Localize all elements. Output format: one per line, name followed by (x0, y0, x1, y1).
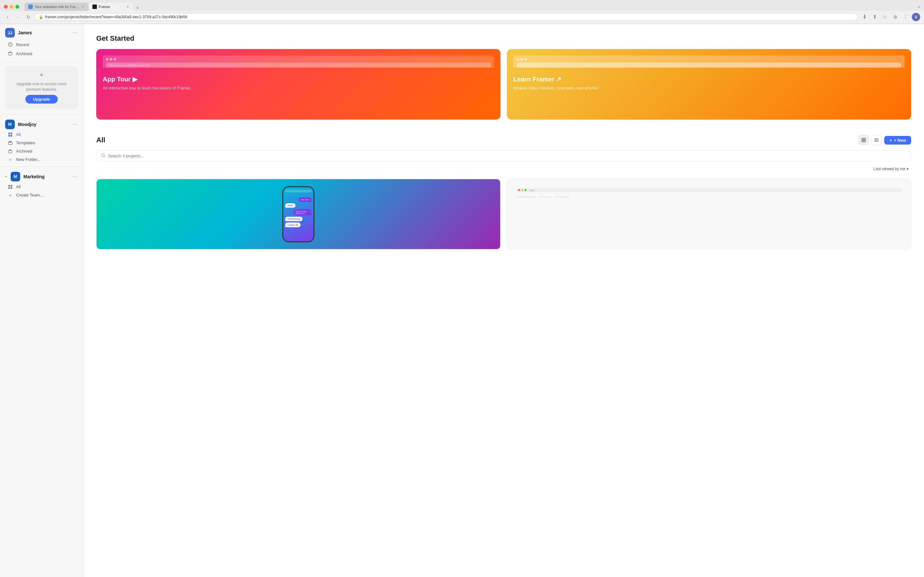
projects-grid: Hey Sam online How are you getting on? G… (96, 179, 911, 250)
mockup-url-bar-app-tour: https://your-next-website.framer.app (106, 63, 491, 68)
bookmark-button[interactable]: ☆ (881, 13, 889, 21)
svg-rect-16 (864, 140, 866, 142)
chat-bubble-1: Hey Sam (298, 197, 312, 202)
lock-icon: 🔒 (39, 15, 43, 19)
sidebar-item-moodjoy-archived[interactable]: Archived (5, 147, 78, 155)
app-tour-card-content: App Tour ▶ An interactive tour to learn … (96, 70, 501, 98)
svg-rect-12 (11, 187, 12, 189)
archived-james-label: Archived (16, 51, 32, 56)
mockup-dot-1 (106, 58, 108, 61)
search-bar (96, 150, 911, 161)
grid-icon-marketing-all (8, 184, 13, 189)
browser-tabs: Your activation link for Framer. × Frame… (24, 3, 915, 11)
sort-label: Last viewed by me (874, 167, 905, 171)
sidebar-item-recent[interactable]: Recent (5, 40, 78, 49)
svg-rect-13 (862, 138, 863, 140)
mockup-dots-learn-framer (517, 58, 901, 61)
browser-mini-mockup: react (514, 185, 905, 201)
tab2-close[interactable]: × (126, 5, 129, 9)
extensions-button[interactable]: ⊕ (891, 13, 899, 21)
get-started-cards: https://your-next-website.framer.app App… (96, 49, 911, 119)
upgrade-button[interactable]: Upgrade (25, 95, 58, 103)
sort-bar: Last viewed by me ▾ (96, 165, 911, 172)
all-section-header: All (96, 135, 911, 145)
search-icon (101, 153, 105, 159)
browser-address-bar[interactable]: 🔒 framer.com/projects/folder/recent?team… (35, 13, 858, 21)
browser-window-controls (4, 5, 19, 9)
share-button[interactable]: ⬆ (871, 13, 879, 21)
all-section-title: All (96, 136, 105, 144)
mini-dot-green (525, 189, 527, 191)
grid-view-button[interactable] (859, 135, 869, 145)
browser-tab-2[interactable]: Framer × (89, 3, 134, 11)
app-tour-browser-mockup: https://your-next-website.framer.app (103, 55, 494, 68)
browser-user-avatar[interactable]: S (912, 13, 920, 21)
get-started-title: Get Started (96, 34, 911, 43)
app-tour-title: App Tour ▶ (103, 75, 494, 83)
plus-icon-new-folder: + (8, 157, 13, 162)
app-tour-card[interactable]: https://your-next-website.framer.app App… (96, 49, 501, 119)
mini-line-2 (538, 196, 551, 198)
tab1-close[interactable]: × (81, 5, 85, 9)
browser-menu-button[interactable]: ⋮ (901, 13, 909, 21)
browser-refresh-button[interactable]: ↻ (24, 13, 32, 21)
james-workspace-menu-button[interactable]: ··· (71, 29, 78, 36)
new-label: + New (894, 138, 906, 143)
window-close-dot[interactable] (4, 5, 8, 9)
svg-rect-5 (11, 135, 12, 137)
james-workspace-avatar: JJ (5, 28, 15, 37)
list-view-button[interactable] (871, 135, 882, 145)
project-card-1[interactable]: Hey Sam online How are you getting on? G… (96, 179, 501, 250)
phone-status-bar (285, 190, 312, 192)
learn-framer-browser-mockup (513, 55, 905, 68)
moodjoy-workspace-menu-button[interactable]: ··· (71, 121, 78, 128)
marketing-all-label: All (16, 184, 21, 189)
all-section: All (96, 135, 911, 250)
sort-dropdown[interactable]: Last viewed by me ▾ (871, 165, 911, 172)
browser-tab-1[interactable]: Your activation link for Framer. × (24, 3, 89, 11)
new-plus-icon: + (889, 138, 892, 143)
upgrade-box: ✦ Upgrade now to access more premium fea… (5, 66, 78, 109)
browser-forward-button[interactable]: › (14, 13, 22, 21)
project-card-2[interactable]: react (507, 179, 911, 250)
mockup-url-text: https://your-next-website.framer.app (108, 64, 150, 67)
moodjoy-archived-label: Archived (16, 149, 32, 153)
search-input[interactable] (108, 153, 906, 158)
mockup-dots-app-tour (106, 58, 491, 61)
main-content: Get Started https://your-next-website.fr… (83, 24, 924, 577)
sidebar-item-create-team[interactable]: + Create Team... (5, 191, 78, 199)
browser-mini-title: react (529, 189, 535, 192)
sidebar-item-archived-james[interactable]: Archived (5, 49, 78, 58)
recent-label: Recent (16, 42, 29, 47)
phone-screen: Hey Sam online How are you getting on? G… (283, 187, 313, 242)
download-button[interactable]: ⬇ (861, 13, 868, 21)
sidebar-item-new-folder[interactable]: + New Folder... (5, 155, 78, 164)
tab2-title: Framer (99, 5, 124, 9)
browser-action-buttons: ⬇ ⬆ ☆ ⊕ ⋮ S (861, 13, 920, 21)
sidebar-item-moodjoy-all[interactable]: All (5, 131, 78, 139)
browser-more-button[interactable]: » (918, 4, 920, 9)
browser-back-button[interactable]: ‹ (4, 13, 11, 21)
window-maximize-dot[interactable] (15, 5, 19, 9)
plus-icon-create-team: + (8, 193, 13, 198)
sidebar-item-marketing-all[interactable]: All (5, 183, 78, 191)
marketing-expand-icon[interactable]: ▾ (5, 175, 7, 178)
new-folder-label: New Folder... (16, 157, 41, 162)
marketing-workspace-header: ▾ M Marketing ··· (5, 172, 78, 181)
new-tab-button[interactable]: + (134, 5, 142, 11)
svg-rect-11 (8, 187, 10, 189)
moodjoy-workspace-avatar: M (5, 119, 15, 129)
learn-framer-card[interactable]: Learn Framer ↗ Browse video tutorials, e… (507, 49, 911, 119)
window-minimize-dot[interactable] (10, 5, 13, 9)
upgrade-text: Upgrade now to access more premium featu… (10, 81, 73, 92)
sidebar-item-moodjoy-templates[interactable]: Templates (5, 139, 78, 147)
marketing-workspace-menu-button[interactable]: ··· (71, 173, 78, 180)
url-text: framer.com/projects/folder/recent?team=4… (45, 15, 187, 19)
tab1-title: Your activation link for Framer. (35, 5, 79, 9)
browser-mini-content (516, 195, 902, 199)
marketing-workspace-section: ▾ M Marketing ··· All + Create (0, 168, 83, 201)
clock-icon (8, 42, 13, 47)
learn-framer-card-content: Learn Framer ↗ Browse video tutorials, e… (507, 70, 911, 98)
new-project-button[interactable]: + + New (884, 136, 911, 145)
svg-rect-2 (8, 133, 10, 134)
